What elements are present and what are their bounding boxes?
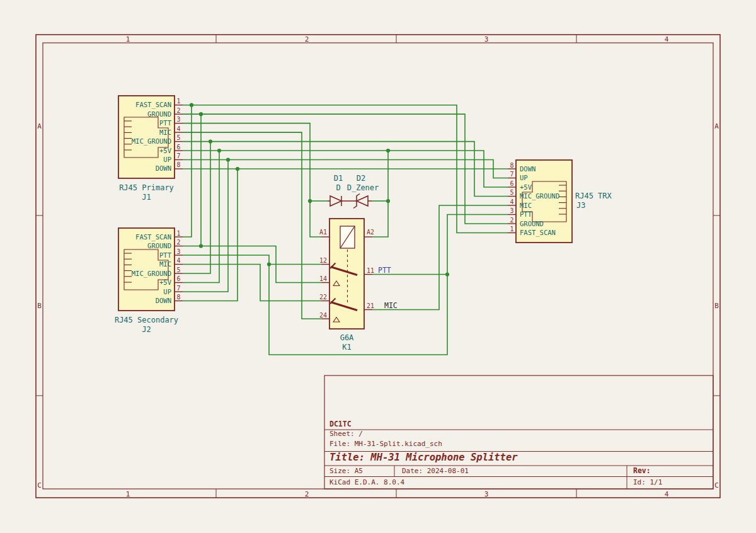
pin-name: FAST_SCAN [135, 233, 171, 241]
pin-number: 7 [176, 285, 180, 292]
schematic-canvas: 11223344AABBCCDC1TCSheet: /File: MH-31-S… [0, 0, 756, 533]
pin-number: 1 [510, 226, 513, 232]
frame-row-label: B [714, 302, 719, 310]
wire[interactable] [183, 132, 321, 319]
frame-column-label: 3 [484, 490, 489, 498]
junction-dot [445, 272, 449, 276]
titleblock-id: Id: 1/1 [633, 478, 662, 486]
pin-number: 8 [176, 294, 180, 301]
pin-name: +5V [159, 147, 172, 154]
titleblock-sheet: Sheet: / [329, 430, 363, 438]
frame-column-label: 4 [665, 35, 669, 43]
pin-number: 4 [510, 198, 513, 205]
wire[interactable] [183, 123, 321, 237]
diode-triangle [357, 196, 368, 206]
pin-number: 4 [176, 125, 180, 132]
pin-name: +5V [520, 183, 532, 191]
junction-dot [209, 139, 212, 143]
junction-dot [190, 103, 193, 107]
component-value: RJ45 TRX [575, 192, 612, 200]
titleblock-company: DC1TC [329, 420, 352, 428]
title-block-border [324, 375, 713, 489]
wire[interactable] [372, 151, 388, 237]
pin-name: PTT [159, 119, 172, 127]
pin-number: 4 [176, 257, 180, 264]
pin-number: A1 [319, 229, 327, 236]
pin-number: 5 [176, 266, 180, 273]
component-d2[interactable]: D2D_Zener [347, 174, 379, 209]
pin-number: 22 [319, 294, 327, 301]
component-value: RJ45 Primary [119, 183, 174, 192]
component-value: RJ45 Secondary [115, 316, 178, 324]
component-value: G6A [340, 333, 354, 342]
titleblock-file: File: MH-31-Split.kicad_sch [329, 440, 442, 448]
junction-dot [308, 199, 312, 203]
pin-name: GROUND [147, 110, 171, 118]
pin-name: UP [163, 156, 171, 163]
frame-row-label: C [37, 481, 42, 490]
pin-name: FAST_SCAN [520, 229, 556, 237]
junction-dot [199, 244, 203, 248]
pin-number: 8 [510, 162, 513, 169]
frame-row-label: C [714, 481, 719, 490]
pin-number: 6 [176, 144, 180, 151]
pin-number: 5 [510, 189, 513, 196]
pin-name: DOWN [520, 165, 536, 173]
wire[interactable] [183, 255, 447, 355]
component-reference: D1 [334, 174, 343, 183]
pin-number: A2 [367, 229, 374, 236]
component-reference: J1 [142, 193, 151, 202]
wire[interactable] [183, 142, 210, 273]
junction-dot [386, 149, 390, 152]
net-label-mic: MIC [384, 301, 398, 310]
pin-name: MIC [159, 260, 171, 268]
titleblock-size: Size: A5 [329, 467, 363, 475]
junction-dot [199, 112, 203, 116]
pin-name: MIC [520, 202, 532, 209]
junction-dot [226, 158, 230, 161]
titleblock-date: Date: 2024-08-01 [402, 467, 469, 475]
component-reference: D2 [357, 174, 365, 183]
diode-triangle [330, 196, 341, 206]
pin-name: FAST_SCAN [135, 101, 171, 109]
net-label-ptt: PTT [378, 266, 391, 275]
pin-number: 1 [176, 230, 180, 237]
pin-name: +5V [159, 278, 172, 286]
component-j3[interactable]: 8DOWN7UP6+5V5MIC_GROUND4MIC3PTT2GROUND1F… [508, 160, 612, 243]
component-j2[interactable]: 1FAST_SCAN2GROUND3PTT4MIC5MIC_GROUND6+5V… [115, 228, 183, 334]
pin-number: 24 [319, 312, 327, 319]
junction-dot [217, 149, 221, 152]
pin-number: 5 [176, 134, 180, 141]
component-j1[interactable]: 1FAST_SCAN2GROUND3PTT4MIC5MIC_GROUND6+5V… [118, 96, 183, 202]
pin-number: 6 [176, 275, 180, 282]
pin-name: MIC_GROUND [132, 137, 171, 146]
junction-dot [236, 167, 239, 171]
component-value: D [336, 183, 340, 192]
pin-name: GROUND [147, 242, 171, 249]
pin-number: 11 [367, 267, 374, 274]
pin-number: 7 [176, 152, 180, 159]
wire[interactable] [183, 105, 192, 237]
titleblock-rev: Rev: [633, 466, 651, 475]
frame-column-label: 4 [665, 490, 669, 498]
titleblock-title: Title: MH-31 Microphone Splitter [329, 452, 518, 463]
pin-name: GROUND [520, 220, 544, 227]
pin-number: 3 [176, 248, 180, 255]
component-k1[interactable]: A1A21214222411PTT21MICG6AK1 [319, 219, 398, 352]
pin-number: 7 [510, 171, 513, 178]
junction-dot [386, 199, 390, 203]
frame-row-label: A [714, 122, 719, 130]
pin-number: 3 [510, 207, 513, 214]
wire[interactable] [372, 205, 508, 310]
title-block: DC1TCSheet: /File: MH-31-Split.kicad_sch… [324, 375, 713, 489]
component-reference: J2 [142, 325, 151, 334]
pin-number: 2 [510, 217, 513, 224]
titleblock-tool: KiCad E.D.A. 8.0.4 [329, 478, 405, 486]
frame-row-label: A [37, 122, 42, 130]
pin-name: MIC_GROUND [520, 192, 559, 200]
pin-name: UP [163, 288, 171, 295]
component-reference: K1 [342, 343, 351, 352]
wire[interactable] [183, 160, 228, 292]
frame-column-label: 1 [126, 490, 130, 498]
pin-name: DOWN [156, 297, 171, 304]
